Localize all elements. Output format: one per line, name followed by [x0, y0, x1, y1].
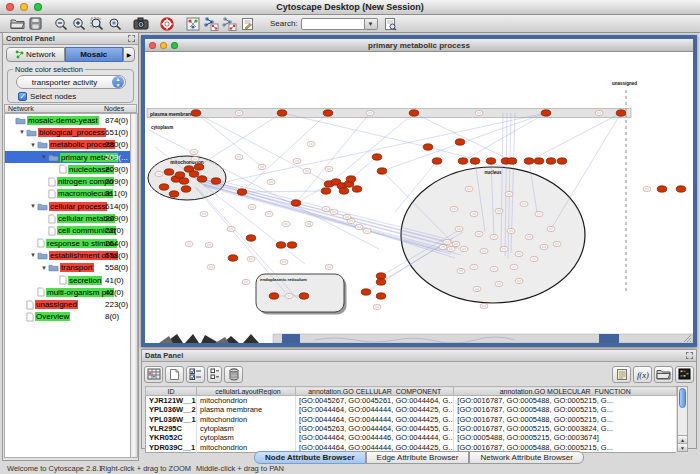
- selected-node[interactable]: [524, 158, 534, 164]
- selected-node[interactable]: [181, 186, 191, 192]
- tab-node-attribute-browser[interactable]: Node Attribute Browser: [254, 451, 366, 464]
- selected-node[interactable]: [409, 110, 419, 116]
- search-dropdown-arrow[interactable]: ▼: [365, 18, 378, 30]
- selected-node[interactable]: [458, 158, 468, 164]
- table-row[interactable]: YJR121W__1mitochondrion[GO:0045267, GO:0…: [146, 396, 677, 406]
- table-cell[interactable]: [GO:0045263, GO:0044464, GO:0044455, G..…: [296, 424, 454, 433]
- open-icon[interactable]: [8, 16, 26, 32]
- selected-node[interactable]: [159, 184, 169, 190]
- selected-node[interactable]: [323, 110, 333, 116]
- table-scrollbar[interactable]: ▲ ▼: [677, 386, 688, 452]
- tree-row-biological-process[interactable]: ▼biological_process651(0): [5, 126, 130, 138]
- selected-node[interactable]: [470, 158, 480, 164]
- selected-node[interactable]: [534, 158, 544, 164]
- tree-row-response-to-stimulu[interactable]: response to stimulu264(0): [5, 237, 130, 249]
- delete-attribute-icon[interactable]: [224, 366, 243, 383]
- expander-icon[interactable]: ▼: [40, 265, 48, 271]
- select-nodes-checkbox[interactable]: ✓: [18, 92, 27, 101]
- unselect-attributes-icon[interactable]: [207, 366, 222, 383]
- selected-node[interactable]: [346, 176, 356, 182]
- selected-node[interactable]: [361, 289, 371, 295]
- selected-node[interactable]: [616, 110, 626, 116]
- network-canvas[interactable]: plasma membrane cytoplasm mitochondrion …: [145, 52, 693, 343]
- expander-icon[interactable]: ▼: [29, 252, 37, 258]
- save-icon[interactable]: [26, 16, 44, 32]
- column-header[interactable]: _cellularLayoutRegion: [197, 387, 296, 396]
- annotation-icon[interactable]: [238, 16, 256, 32]
- selected-node[interactable]: [277, 110, 287, 116]
- selected-node[interactable]: [423, 144, 433, 150]
- network-tree-header[interactable]: Network Nodes: [4, 104, 137, 113]
- tree-row-nitrogen-compo[interactable]: nitrogen compo209(0): [5, 175, 130, 187]
- selected-node[interactable]: [269, 293, 279, 299]
- function-builder-icon[interactable]: f(x): [633, 366, 652, 383]
- selected-node[interactable]: [557, 158, 567, 164]
- table-cell[interactable]: cytoplasm: [197, 433, 296, 442]
- tree-row-cellular-metabol[interactable]: cellular metabol209(0): [5, 212, 130, 224]
- table-row[interactable]: YLR295Ccytoplasm[GO:0045263, GO:0044464,…: [146, 424, 677, 433]
- tree-row-metabolic-process[interactable]: ▼metabolic process280(0): [5, 139, 130, 151]
- table-cell[interactable]: [GO:0044464, GO:0044444, GO:0044425, G..…: [296, 405, 454, 414]
- selected-node[interactable]: [321, 188, 331, 194]
- selected-node[interactable]: [541, 110, 551, 116]
- table-row[interactable]: YKR052Ccytoplasm[GO:0044464, GO:0044446,…: [146, 433, 677, 442]
- expander-icon[interactable]: ▼: [40, 154, 48, 160]
- zoom-in-icon[interactable]: [70, 16, 88, 32]
- table-scrollbar-thumb[interactable]: [679, 388, 686, 408]
- selected-node[interactable]: [164, 169, 174, 175]
- selected-node[interactable]: [676, 186, 686, 192]
- selected-node[interactable]: [657, 186, 667, 192]
- table-cell[interactable]: [GO:0016787, GO:0005215, GO:0003824, G..…: [454, 424, 677, 433]
- table-cell[interactable]: [GO:0016787, GO:0005488, GO:0005215, G..…: [454, 396, 677, 406]
- table-row[interactable]: YPL036W__1mitochondrion[GO:0044464, GO:0…: [146, 414, 677, 423]
- selected-node[interactable]: [179, 178, 189, 184]
- zoom-out-icon[interactable]: [52, 16, 70, 32]
- table-cell[interactable]: YPL036W__2: [146, 405, 197, 414]
- table-cell[interactable]: [GO:0016787, GO:0005488, GO:0005215, G..…: [454, 414, 677, 423]
- table-cell[interactable]: [GO:0044464, GO:0044446, GO:0044444, G..…: [296, 433, 454, 442]
- zoom-selected-icon[interactable]: [106, 16, 124, 32]
- table-cell[interactable]: YKR052C: [146, 433, 197, 442]
- selected-node[interactable]: [352, 186, 362, 192]
- table-cell[interactable]: mitochondrion: [197, 396, 296, 406]
- tree-row-establishment-of-lo[interactable]: ▼establishment of lo558(0): [5, 249, 130, 261]
- tree-row-overview[interactable]: Overview8(0): [5, 311, 130, 323]
- search-input[interactable]: [301, 18, 365, 30]
- tab-overflow-arrow[interactable]: ▶: [123, 47, 135, 62]
- selected-node[interactable]: [507, 158, 517, 164]
- float-panel-icon[interactable]: [128, 35, 135, 42]
- selected-node[interactable]: [291, 200, 301, 206]
- network-manager-icon[interactable]: [184, 16, 202, 32]
- selected-node[interactable]: [455, 139, 465, 145]
- table-cell[interactable]: [GO:0005488, GO:0005215, GO:0003674]: [454, 433, 677, 442]
- table-cell[interactable]: [GO:0044464, GO:0044444, GO:0044425, G..…: [296, 414, 454, 423]
- table-row[interactable]: YPL036W__2plasma membrane[GO:0044464, GO…: [146, 405, 677, 414]
- selected-node[interactable]: [299, 293, 309, 299]
- zoom-fit-icon[interactable]: [88, 16, 106, 32]
- tree-row-mosaic-demo-yeast[interactable]: mosaic-demo-yeast874(0): [5, 114, 130, 126]
- table-cell[interactable]: cytoplasm: [197, 424, 296, 433]
- selected-node[interactable]: [432, 158, 442, 164]
- tree-row-primary-metabo[interactable]: ▼primary metabo209(...: [5, 151, 130, 163]
- selected-node[interactable]: [376, 293, 386, 299]
- tree-row-macromolecule[interactable]: macromolecule311(0): [5, 188, 130, 200]
- table-cell[interactable]: YLR295C: [146, 424, 197, 433]
- matrix-view-icon[interactable]: [675, 366, 694, 383]
- table-cell[interactable]: [GO:0016787, GO:0005488, GO:0005215, G..…: [454, 405, 677, 414]
- help-icon[interactable]: [158, 16, 176, 32]
- create-view-icon[interactable]: [202, 16, 220, 32]
- tab-network-attribute-browser[interactable]: Network Attribute Browser: [469, 451, 583, 464]
- column-header[interactable]: ID: [146, 387, 197, 396]
- tree-row-cell-communicat[interactable]: cell communicat22(0): [5, 225, 130, 237]
- tree-row-multi-organism-pro[interactable]: multi-organism pro42(0): [5, 286, 130, 298]
- selected-node[interactable]: [377, 168, 387, 174]
- selected-node[interactable]: [376, 279, 386, 285]
- selected-node[interactable]: [211, 178, 221, 184]
- table-cell[interactable]: YPL036W__1: [146, 414, 197, 423]
- selected-node[interactable]: [372, 154, 382, 160]
- selected-node[interactable]: [169, 191, 179, 197]
- selected-node[interactable]: [175, 172, 185, 178]
- selected-node[interactable]: [376, 273, 386, 279]
- selected-node[interactable]: [194, 164, 204, 170]
- selected-node[interactable]: [339, 188, 349, 194]
